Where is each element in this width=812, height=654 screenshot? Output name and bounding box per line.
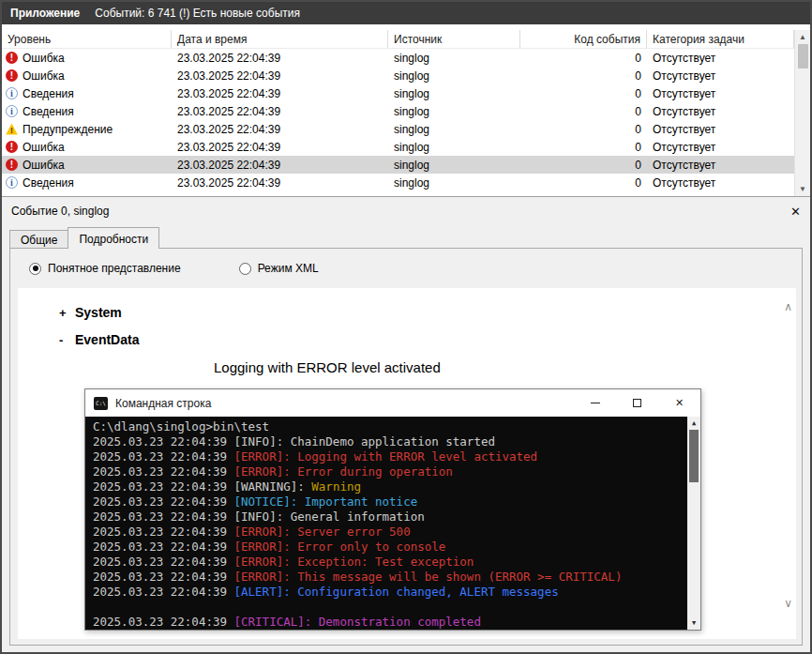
cell-code: 0 <box>520 87 647 100</box>
maximize-icon[interactable] <box>616 389 658 417</box>
table-row[interactable]: Ошибка 23.03.2025 22:04:39 singlog 0 Отс… <box>2 156 794 174</box>
cell-category: Отсутствует <box>647 87 794 100</box>
details-tab-page: Понятное представление Режим XML ∧ ∨ +Sy… <box>9 248 803 646</box>
radio-icon <box>239 263 251 275</box>
console-close-icon[interactable]: ✕ <box>658 389 700 417</box>
table-row[interactable]: Ошибка 23.03.2025 22:04:39 singlog 0 Отс… <box>2 67 794 84</box>
cell-category: Отсутствует <box>647 176 794 190</box>
level-icon <box>6 105 18 117</box>
cell-datetime: 23.03.2025 22:04:39 <box>172 159 388 172</box>
cell-level: Ошибка <box>23 69 65 83</box>
table-row[interactable]: Ошибка 23.03.2025 22:04:39 singlog 0 Отс… <box>2 49 794 67</box>
level-icon <box>6 123 18 135</box>
events-count-label: Событий: 6 741 (!) Есть новые события <box>95 7 300 20</box>
console-title: Командная строка <box>115 397 211 410</box>
app-title: Приложение <box>10 7 80 20</box>
table-row[interactable]: Ошибка 23.03.2025 22:04:39 singlog 0 Отс… <box>2 138 794 156</box>
console-line: 2025.03.23 22:04:39 [ERROR]: This messag… <box>93 570 684 585</box>
level-icon <box>6 69 18 82</box>
console-scrollbar[interactable]: ▲ ▼ <box>687 417 700 630</box>
cell-level: Предупреждение <box>23 123 113 136</box>
cell-category: Отсутствует <box>647 159 794 172</box>
cell-source: singlog <box>388 105 520 118</box>
cell-category: Отсутствует <box>647 141 794 154</box>
level-icon <box>6 87 18 99</box>
column-header-category[interactable]: Категория задачи <box>647 30 794 48</box>
cell-source: singlog <box>388 176 520 190</box>
console-body: C:\dlang\singlog>bin\test2025.03.23 22:0… <box>85 417 700 630</box>
console-scroll-up-icon[interactable]: ▲ <box>692 417 696 430</box>
radio-friendly-view[interactable]: Понятное представление <box>29 262 181 275</box>
console-line: 2025.03.23 22:04:39 [CRITICAL]: Demonstr… <box>93 615 684 630</box>
table-row[interactable]: Сведения 23.03.2025 22:04:39 singlog 0 О… <box>2 174 794 191</box>
console-line: 2025.03.23 22:04:39 [ERROR]: Server erro… <box>93 525 684 540</box>
column-header-datetime[interactable]: Дата и время <box>172 30 388 48</box>
tree-node-system-label: System <box>75 305 122 320</box>
cell-code: 0 <box>520 52 647 65</box>
console-line <box>93 600 684 615</box>
console-line: 2025.03.23 22:04:39 [ERROR]: Error only … <box>93 540 684 555</box>
minimize-icon[interactable] <box>574 389 616 417</box>
details-title: Событие 0, singlog <box>11 205 109 218</box>
cell-source: singlog <box>388 87 520 100</box>
cell-code: 0 <box>520 141 647 154</box>
view-mode-options: Понятное представление Режим XML <box>18 256 796 279</box>
cell-datetime: 23.03.2025 22:04:39 <box>172 105 388 118</box>
tree-node-system[interactable]: +System <box>59 305 796 320</box>
details-panel: Событие 0, singlog ✕ Общие Подробности П… <box>2 197 810 654</box>
tree-node-eventdata[interactable]: -EventData <box>59 332 796 347</box>
table-row[interactable]: Сведения 23.03.2025 22:04:39 singlog 0 О… <box>2 102 794 120</box>
radio-xml-view[interactable]: Режим XML <box>239 262 319 275</box>
event-data-value: Logging with ERROR level activated <box>59 359 796 375</box>
cell-level: Сведения <box>23 105 74 118</box>
tab-details[interactable]: Подробности <box>68 227 159 248</box>
cell-code: 0 <box>520 159 647 172</box>
tab-general[interactable]: Общие <box>9 230 68 248</box>
console-line: 2025.03.23 22:04:39 [WARNING]: Warning <box>93 479 684 494</box>
cell-code: 0 <box>520 105 647 118</box>
column-header-source[interactable]: Источник <box>388 30 520 48</box>
cell-source: singlog <box>388 141 520 154</box>
console-titlebar[interactable]: C:\ Командная строка ✕ <box>85 389 700 417</box>
table-header: Уровень Дата и время Источник Код событи… <box>2 30 794 49</box>
scroll-down-icon[interactable]: ▼ <box>799 182 806 196</box>
table-row[interactable]: Сведения 23.03.2025 22:04:39 singlog 0 О… <box>2 84 794 102</box>
cell-source: singlog <box>388 123 520 136</box>
tree-node-eventdata-label: EventData <box>75 332 139 347</box>
close-icon[interactable]: ✕ <box>790 205 801 219</box>
details-tabs: Общие Подробности <box>2 227 810 248</box>
app-window: Приложение Событий: 6 741 (!) Есть новые… <box>0 0 812 654</box>
console-window-controls: ✕ <box>574 389 700 417</box>
scroll-up-icon[interactable]: ▲ <box>799 30 806 44</box>
table-scrollbar[interactable]: ▲ ▼ <box>794 30 810 196</box>
console-scroll-down-icon[interactable]: ▼ <box>692 616 696 630</box>
column-header-code[interactable]: Код события <box>520 30 647 48</box>
scrollbar-thumb[interactable] <box>798 44 808 68</box>
cell-level: Ошибка <box>23 159 65 172</box>
console-line: C:\dlang\singlog>bin\test <box>93 419 684 434</box>
details-content: ∧ ∨ +System -EventData Logging with ERRO… <box>18 288 796 639</box>
level-icon <box>6 141 18 153</box>
collapse-icon[interactable]: - <box>59 333 75 347</box>
cell-code: 0 <box>520 69 647 83</box>
console-line: 2025.03.23 22:04:39 [NOTICE]: Important … <box>93 494 684 510</box>
column-header-level[interactable]: Уровень <box>2 30 172 48</box>
cell-category: Отсутствует <box>647 105 794 118</box>
cell-category: Отсутствует <box>647 69 794 83</box>
console-line: 2025.03.23 22:04:39 [ERROR]: Error durin… <box>93 464 684 479</box>
cell-category: Отсутствует <box>647 52 794 65</box>
radio-xml-label: Режим XML <box>258 262 319 275</box>
cell-datetime: 23.03.2025 22:04:39 <box>172 69 388 83</box>
radio-friendly-label: Понятное представление <box>48 262 181 275</box>
details-header: Событие 0, singlog ✕ <box>2 197 810 225</box>
table-row[interactable]: Предупреждение 23.03.2025 22:04:39 singl… <box>2 120 794 138</box>
details-scroll-down-icon[interactable]: ∨ <box>784 598 792 609</box>
console-scrollbar-thumb[interactable] <box>689 430 699 482</box>
cell-level: Сведения <box>23 87 74 100</box>
cell-datetime: 23.03.2025 22:04:39 <box>172 52 388 65</box>
cell-code: 0 <box>520 123 647 136</box>
expand-icon[interactable]: + <box>59 306 75 320</box>
details-scroll-up-icon[interactable]: ∧ <box>784 301 792 312</box>
radio-icon <box>29 263 41 275</box>
titlebar: Приложение Событий: 6 741 (!) Есть новые… <box>2 2 810 24</box>
